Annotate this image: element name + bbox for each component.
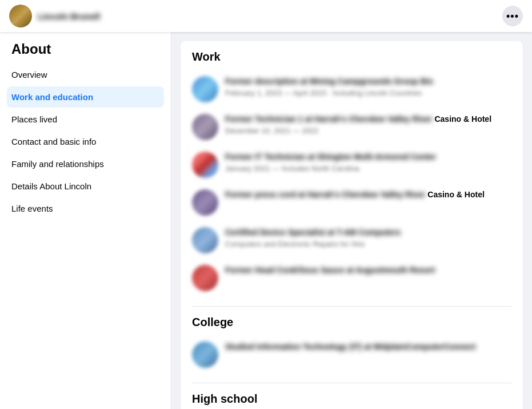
sidebar-item-label: Details About Lincoln [11,181,91,191]
work-item-title: Former press cord at Harrah's Cherokee V… [225,189,511,201]
work-item-icon [192,152,218,178]
sidebar: About Overview Work and education Places… [0,32,171,409]
work-section-heading: Work [192,50,511,63]
sidebar-item-label: Life events [11,204,53,213]
section-divider [192,383,511,383]
college-item-title: Studied Information Technology (IT) at M… [225,342,511,353]
sidebar-item-places-lived[interactable]: Places lived [7,109,164,130]
work-item-icon [192,265,218,291]
list-item: Former press cord at Harrah's Cherokee V… [192,184,511,221]
topbar: Lincoln Brunell ••• [0,0,532,32]
avatar [9,5,32,27]
sidebar-item-family-relationships[interactable]: Family and relationships [7,153,164,174]
content-card: Work Former description at Mining Campgr… [181,41,523,409]
work-item-subtitle: February 1, 2023 — April 2023 · Includin… [225,89,511,97]
work-item-icon [192,114,218,140]
high-school-section-heading: High school [192,392,511,406]
work-item-title: Former Head Cook/Sous Sauce at Augustmou… [225,265,511,276]
sidebar-item-overview[interactable]: Overview [7,64,164,85]
list-item: Former Technician 1 at Harrah's Cherokee… [192,108,511,146]
list-item: Certified Device Specialist at T-AM Comp… [192,221,511,259]
work-item-title: Former description at Mining Campgrounds… [225,76,511,88]
content-area: Work Former description at Mining Campgr… [171,32,532,409]
sidebar-item-label: Contact and basic info [11,137,96,146]
work-item-title: Certified Device Specialist at T-AM Comp… [225,227,511,239]
user-name: Lincoln Brunell [38,11,502,21]
main-layout: About Overview Work and education Places… [0,32,532,409]
work-item-icon [192,76,218,102]
work-item-subtitle: December 10, 2021 — 2022 [225,126,511,135]
work-item-subtitle: January 2021 — Includes North Carolina [225,164,511,173]
list-item: Former description at Mining Campgrounds… [192,70,511,108]
sidebar-item-label: Overview [11,70,47,80]
sidebar-item-contact-basic[interactable]: Contact and basic info [7,131,164,152]
sidebar-item-label: Family and relationships [11,159,104,169]
sidebar-item-work-education[interactable]: Work and education [7,86,164,108]
sidebar-title: About [7,41,164,64]
work-item-info: Former IT Technician at Shington Multi-A… [225,152,511,173]
work-item-title: Former Technician 1 at Harrah's Cherokee… [225,114,511,125]
work-item-info: Former Technician 1 at Harrah's Cherokee… [225,114,511,135]
sidebar-item-label: Work and education [11,92,93,102]
list-item: Studied Information Technology (IT) at M… [192,336,511,374]
college-item-icon [192,342,218,368]
list-item: Former Head Cook/Sous Sauce at Augustmou… [192,259,511,297]
work-item-info: Former press cord at Harrah's Cherokee V… [225,189,511,201]
college-section-heading: College [192,316,511,329]
sidebar-item-details-about[interactable]: Details About Lincoln [7,176,164,197]
work-item-info: Former Head Cook/Sous Sauce at Augustmou… [225,265,511,276]
work-item-info: Certified Device Specialist at T-AM Comp… [225,227,511,248]
work-item-icon [192,189,218,216]
college-item-info: Studied Information Technology (IT) at M… [225,342,511,353]
list-item: Former IT Technician at Shington Multi-A… [192,146,511,184]
work-item-info: Former description at Mining Campgrounds… [225,76,511,97]
work-item-title: Former IT Technician at Shington Multi-A… [225,152,511,163]
section-divider [192,306,511,307]
work-item-icon [192,227,218,253]
sidebar-item-label: Places lived [11,114,57,124]
more-options-button[interactable]: ••• [502,6,523,26]
sidebar-item-life-events[interactable]: Life events [7,198,164,219]
work-item-subtitle: Computers and Electronic Repairs for Hir… [225,240,511,248]
